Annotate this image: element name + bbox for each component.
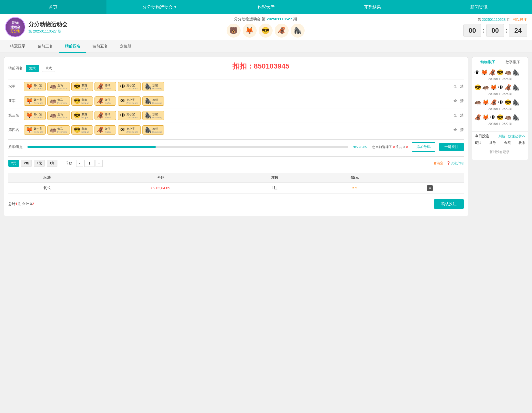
animal-card-1-0[interactable]: 🦊馋小宝Exiaobao [24, 96, 46, 106]
animal-icon: 😎 [74, 98, 81, 104]
header-game-subtitle: 分分动物运动会 第 202501110527 期 [234, 17, 297, 22]
animal-card-0-3[interactable]: 🦧虾仔XiaZai [95, 82, 116, 91]
top-nav: 首页分分动物运动会 ▼购彩大厅开奖结果新闻资讯 [0, 0, 532, 14]
animal-icon: 🦧 [97, 98, 104, 104]
tab-定位胆[interactable]: 定位胆 [114, 40, 137, 53]
table-row-0: 复式 02,03,04,05 1注 ¥ 2 X [8, 183, 464, 194]
animal-card-3-5[interactable]: 🦍欢猩Huanxing [142, 125, 164, 135]
select-all-btn-0[interactable]: 全 [453, 84, 457, 89]
clear-row-btn-2[interactable]: 清 [460, 113, 464, 118]
amount-opt-1[interactable]: 2角 [21, 160, 32, 167]
tab-猜冠亚军[interactable]: 猜冠亚军 [4, 40, 32, 53]
animal-card-1-3[interactable]: 🦧虾仔XiaZai [95, 96, 116, 106]
animal-icon: 🦛 [50, 127, 56, 133]
rank-tab-数字排序[interactable]: 数字排序 [500, 60, 525, 64]
selection-row-2: 第三名🦊馋小宝Exiaobao🦛盒马Freshippo😎薰薰haopao🦧虾仔X… [8, 108, 464, 123]
tab-猜前五名[interactable]: 猜前五名 [86, 40, 114, 53]
animal-card-2-4[interactable]: 👁支小宝Zhexiaobao [118, 111, 141, 120]
page-header: 动物运动会分分彩 分分动物运动会 第 202501110527 期 分分动物运动… [0, 14, 532, 40]
animal-card-1-4[interactable]: 👁支小宝Zhexiaobao [118, 96, 141, 106]
history-period: 202501110522期 [474, 122, 526, 126]
animal-card-2-5[interactable]: 🦍欢猩Huanxing [142, 111, 164, 120]
history-item-3[interactable]: 🦧🦊👁😎🦛🦍202501110522期 [474, 114, 526, 126]
select-all-btn-1[interactable]: 全 [453, 99, 457, 103]
mult-minus-btn[interactable]: - [76, 160, 83, 167]
tab-猜前三名[interactable]: 猜前三名 [32, 40, 59, 53]
animal-card-1-2[interactable]: 😎薰薰haopao [71, 96, 93, 106]
animal-card-2-2[interactable]: 😎薰薰haopao [71, 111, 93, 120]
selection-row-3: 第四名🦊馋小宝Exiaobao🦛盒马Freshippo😎薰薰haopao🦧虾仔X… [8, 123, 464, 137]
cell-count: 1注 [236, 183, 313, 194]
bet-record-link[interactable]: 投注记录>> [508, 134, 525, 138]
animal-card-0-1[interactable]: 🦛盒马Freshippo [47, 82, 70, 91]
rank-tab-动物排序[interactable]: 动物排序 [475, 60, 500, 64]
animal-card-0-4[interactable]: 👁支小宝Zhexiaobao [118, 82, 141, 91]
today-bets-header: 今日投注 刷新 投注记录>> [475, 134, 525, 139]
bet-area-label: 猜前四名 [8, 66, 23, 71]
animal-card-3-1[interactable]: 🦛盒马Freshippo [47, 125, 70, 135]
history-animal-icon: 🦊 [481, 69, 488, 76]
tab-猜前四名[interactable]: 猜前四名 [59, 40, 86, 53]
selection-row-1: 亚军🦊馋小宝Exiaobao🦛盒马Freshippo😎薰薰haopao🦧虾仔Xi… [8, 94, 464, 108]
animal-icon: 🦛 [50, 112, 56, 119]
bet-now-btn[interactable]: 一键投注 [439, 143, 464, 151]
mode-complex-btn[interactable]: 复式 [26, 65, 39, 72]
amount-opt-2[interactable]: 1元 [34, 160, 44, 167]
game-title: 分分动物运动会 [28, 21, 68, 28]
animal-card-3-0[interactable]: 🦊馋小宝Exiaobao [24, 125, 46, 135]
animal-card-3-2[interactable]: 😎薰薰haopao [71, 125, 93, 135]
nav-item-新闻资讯[interactable]: 新闻资讯 [426, 0, 532, 14]
animal-card-2-0[interactable]: 🦊馋小宝Exiaobao [24, 111, 46, 120]
delete-row-btn[interactable]: X [427, 185, 433, 191]
amount-opt-0[interactable]: 2元 [8, 160, 19, 167]
clear-btn[interactable]: 🗑清空 [433, 161, 443, 166]
mode-single-btn[interactable]: 单式 [42, 65, 55, 72]
select-all-btn-3[interactable]: 全 [453, 128, 457, 132]
history-item-0[interactable]: 👁🦊🦧😎🦛🦍202501110525期 [474, 69, 526, 81]
cell-amount: ¥ 2 [313, 183, 396, 194]
refresh-btn[interactable]: 刷新 [498, 134, 505, 138]
animal-icon: 🦧 [97, 127, 104, 133]
animal-card-0-2[interactable]: 😎薰薰haopao [71, 82, 93, 91]
history-item-1[interactable]: 😎🦛🦊👁🦧🦍202501110524期 [474, 84, 526, 96]
add-code-btn[interactable]: 添加号码 [412, 142, 435, 152]
animal-card-1-1[interactable]: 🦛盒马Freshippo [47, 96, 70, 106]
multiplier-controls: - + [76, 160, 103, 167]
clear-row-btn-1[interactable]: 清 [460, 99, 464, 103]
clear-row-btn-3[interactable]: 清 [460, 128, 464, 132]
header-center: 分分动物运动会 第 202501110527 期 🐻🦊😎🦧🦍 [75, 17, 456, 38]
history-list: 👁🦊🦧😎🦛🦍202501110525期😎🦛🦊👁🦧🦍202501110524期🦛🦊… [472, 67, 528, 131]
bet-col-header: 期号 [489, 141, 496, 145]
animal-card-3-3[interactable]: 🦧虾仔XiaZai [95, 125, 116, 135]
clear-row-btn-0[interactable]: 清 [460, 84, 464, 89]
selection-grid: 冠军🦊馋小宝Exiaobao🦛盒马Freshippo😎薰薰haopao🦧虾仔Xi… [8, 79, 464, 137]
animal-card-2-1[interactable]: 🦛盒马Freshippo [47, 111, 70, 120]
cell-delete[interactable]: X [396, 183, 464, 194]
animals-select-2: 🦊馋小宝Exiaobao🦛盒马Freshippo😎薰薰haopao🦧虾仔XiaZ… [24, 111, 450, 120]
animal-card-0-0[interactable]: 🦊馋小宝Exiaobao [24, 82, 46, 91]
nav-item-首页[interactable]: 首页 [0, 0, 106, 14]
row-label-0: 冠军 [8, 84, 24, 89]
amount-opt-3[interactable]: 1角 [47, 160, 57, 167]
nav-item-开奖结果[interactable]: 开奖结果 [319, 0, 426, 14]
confirm-bet-btn[interactable]: 确认投注 [434, 199, 464, 209]
animal-card-1-5[interactable]: 🦍欢猩Huanxing [142, 96, 164, 106]
mult-value-input[interactable] [84, 160, 95, 167]
history-animal-icon: 🦊 [482, 114, 489, 121]
animal-icon: 🦧 [97, 112, 104, 119]
history-item-2[interactable]: 🦛🦊🦧👁😎🦍202501110523期 [474, 99, 526, 111]
cell-play: 复式 [8, 183, 85, 194]
animals-select-0: 🦊馋小宝Exiaobao🦛盒马Freshippo😎薰薰haopao🦧虾仔XiaZ… [24, 82, 450, 91]
select-all-btn-2[interactable]: 全 [453, 113, 457, 118]
nav-item-分分动物运动会[interactable]: 分分动物运动会 ▼ [106, 0, 213, 14]
header-animal-icon: 🦧 [275, 24, 289, 38]
intro-btn[interactable]: ❓玩法介绍 [446, 161, 464, 166]
animal-card-2-3[interactable]: 🦧虾仔XiaZai [95, 111, 116, 120]
animal-card-0-5[interactable]: 🦍欢猩Huanxing [142, 82, 164, 91]
bet-col-header: 玩法 [475, 141, 481, 145]
nav-item-购彩大厅[interactable]: 购彩大厅 [213, 0, 319, 14]
mult-plus-btn[interactable]: + [96, 160, 103, 167]
animal-icon: 🦧 [97, 83, 104, 90]
right-actions: 🗑清空 ❓玩法介绍 [433, 161, 464, 166]
animal-card-3-4[interactable]: 👁支小宝Zhexiaobao [118, 125, 141, 135]
